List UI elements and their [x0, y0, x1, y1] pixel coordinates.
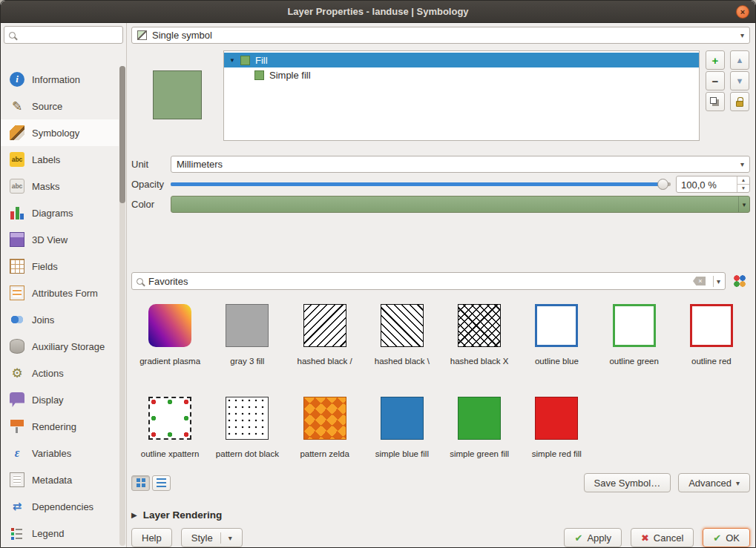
- sidebar-item-masks[interactable]: Masks: [1, 173, 119, 199]
- symbology-icon: [10, 125, 24, 140]
- sidebar-item-auxiliary-storage[interactable]: Auxiliary Storage: [1, 333, 119, 360]
- slider-fill: [171, 182, 663, 186]
- symbol-preview: [153, 70, 202, 119]
- sidebar-item-display[interactable]: Display: [1, 386, 119, 413]
- expand-icon[interactable]: ▼: [224, 57, 240, 64]
- renderer-value: Single symbol: [152, 30, 212, 41]
- opacity-label: Opacity: [131, 179, 171, 190]
- sidebar-item-labels[interactable]: Labels: [1, 146, 119, 173]
- sidebar-item-qgis-server[interactable]: QGIS Server: [1, 547, 119, 547]
- unit-combobox[interactable]: Millimeters ▾: [171, 156, 750, 173]
- style-button[interactable]: Style ▾: [181, 528, 243, 547]
- sidebar-item-metadata[interactable]: Metadata: [1, 466, 119, 493]
- sidebar-item-source[interactable]: Source: [1, 93, 119, 119]
- symbol-label: outline green: [609, 356, 659, 366]
- sidebar-item-joins[interactable]: Joins: [1, 306, 119, 333]
- advanced-button[interactable]: Advanced ▾: [678, 473, 750, 492]
- window-title: Layer Properties - landuse | Symbology: [1, 6, 755, 17]
- spin-up-button[interactable]: ▲: [737, 176, 749, 185]
- spin-buttons: ▲ ▼: [737, 176, 749, 192]
- sidebar-search[interactable]: [4, 26, 123, 44]
- sidebar-item-actions[interactable]: Actions: [1, 360, 119, 386]
- sidebar-item-fields[interactable]: Fields: [1, 253, 119, 280]
- symbol-label: gray 3 fill: [230, 356, 264, 366]
- sidebar-item-variables[interactable]: Variables: [1, 440, 119, 466]
- move-down-button[interactable]: ▼: [730, 71, 749, 90]
- sidebar-item-diagrams[interactable]: Diagrams: [1, 199, 119, 226]
- sidebar-search-input[interactable]: [20, 30, 118, 41]
- close-button[interactable]: ×: [736, 5, 749, 19]
- metadata-icon: [10, 472, 24, 487]
- symbol-label: outline blue: [535, 356, 579, 366]
- actions-icon: [10, 366, 24, 380]
- symbol-item-simple-green-fill[interactable]: simple green fill: [441, 397, 518, 470]
- apply-button[interactable]: ✔Apply: [564, 528, 621, 547]
- clear-icon[interactable]: ×: [693, 277, 706, 285]
- icon-view-button[interactable]: [131, 475, 150, 491]
- sidebar-item-3d-view[interactable]: 3D View: [1, 226, 119, 253]
- sidebar-item-label: Joins: [32, 314, 54, 326]
- symbol-item-gray-3-fill[interactable]: gray 3 fill: [208, 304, 286, 377]
- help-label: Help: [142, 532, 162, 544]
- help-button[interactable]: Help: [131, 528, 172, 547]
- symbol-item-pattern-dot-black[interactable]: pattern dot black: [208, 397, 286, 470]
- sidebar-scrollbar[interactable]: [119, 66, 125, 546]
- symbol-thumbnail-pattern-zelda: [303, 397, 346, 440]
- ok-button[interactable]: ✔OK: [703, 528, 750, 547]
- style-filter-box[interactable]: × ▾: [131, 272, 726, 290]
- style-manager-button[interactable]: [729, 272, 750, 290]
- color-label: Color: [131, 199, 171, 210]
- scrollbar-thumb[interactable]: [119, 66, 125, 203]
- style-filter-input[interactable]: [148, 276, 693, 287]
- renderer-combobox[interactable]: Single symbol ▾: [131, 27, 750, 44]
- symbol-item-hashed-black-x[interactable]: hashed black X: [441, 304, 518, 377]
- apply-label: Apply: [587, 532, 611, 544]
- spin-down-button[interactable]: ▼: [737, 185, 749, 192]
- chevron-down-icon[interactable]: ▾: [717, 277, 720, 285]
- symbol-layer-buttons: + ▲ − ▼: [706, 50, 750, 141]
- sidebar-item-symbology[interactable]: Symbology: [1, 119, 119, 146]
- slider-handle[interactable]: [657, 179, 668, 190]
- symbol-thumbnail-simple-blue-fill: [381, 397, 424, 440]
- sidebar-item-rendering[interactable]: Rendering: [1, 413, 119, 440]
- symbol-item-outline-blue[interactable]: outline blue: [518, 304, 595, 377]
- symbol-item-outline-red[interactable]: outline red: [673, 304, 750, 377]
- style-search-row: × ▾: [131, 272, 750, 290]
- sidebar-item-dependencies[interactable]: Dependencies: [1, 493, 119, 520]
- sidebar-item-label: Auxiliary Storage: [32, 341, 105, 352]
- 3d-view-icon: [10, 232, 24, 247]
- dialog-footer: Help Style ▾ ✔Apply ✖Cancel ✔OK: [131, 528, 750, 547]
- duplicate-icon: [710, 97, 717, 104]
- dialog-body: InformationSourceSymbologyLabelsMasksDia…: [1, 23, 755, 547]
- symbol-item-hashed-black-fwd[interactable]: hashed black /: [286, 304, 364, 377]
- lock-colors-button[interactable]: [730, 92, 749, 111]
- symbol-label: pattern zelda: [300, 449, 349, 459]
- duplicate-symbol-layer-button[interactable]: [706, 92, 725, 111]
- add-symbol-layer-button[interactable]: +: [706, 50, 725, 70]
- list-view-button[interactable]: [152, 475, 171, 491]
- remove-symbol-layer-button[interactable]: −: [706, 71, 725, 90]
- color-button[interactable]: ▾: [171, 196, 750, 213]
- cancel-button[interactable]: ✖Cancel: [631, 528, 694, 547]
- chevron-down-icon[interactable]: ▾: [738, 197, 749, 212]
- opacity-slider[interactable]: [171, 176, 671, 193]
- save-symbol-button[interactable]: Save Symbol…: [584, 473, 671, 492]
- symbol-item-hashed-black-back[interactable]: hashed black \: [364, 304, 441, 377]
- sidebar-item-label: Rendering: [32, 421, 76, 432]
- cross-icon: ✖: [641, 532, 649, 544]
- lock-icon: [736, 101, 743, 107]
- move-up-button[interactable]: ▲: [730, 50, 749, 70]
- layer-rendering-section[interactable]: ▶ Layer Rendering: [131, 509, 750, 521]
- sidebar-item-legend[interactable]: Legend: [1, 520, 119, 547]
- opacity-spinbox[interactable]: 100,0 % ▲ ▼: [676, 176, 750, 193]
- tree-item-fill[interactable]: ▼ Fill: [224, 53, 699, 67]
- symbol-item-pattern-zelda[interactable]: pattern zelda: [286, 397, 364, 470]
- sidebar-item-attributes-form[interactable]: Attributes Form: [1, 280, 119, 306]
- symbol-item-outline-green[interactable]: outline green: [596, 304, 673, 377]
- symbol-item-gradient-plasma[interactable]: gradient plasma: [131, 304, 208, 377]
- symbol-item-simple-blue-fill[interactable]: simple blue fill: [364, 397, 441, 470]
- tree-item-simple-fill[interactable]: Simple fill: [224, 67, 699, 82]
- symbol-item-outline-xpattern[interactable]: outline xpattern: [131, 397, 208, 470]
- symbol-item-simple-red-fill[interactable]: simple red fill: [518, 397, 595, 470]
- sidebar-item-information[interactable]: Information: [1, 66, 119, 93]
